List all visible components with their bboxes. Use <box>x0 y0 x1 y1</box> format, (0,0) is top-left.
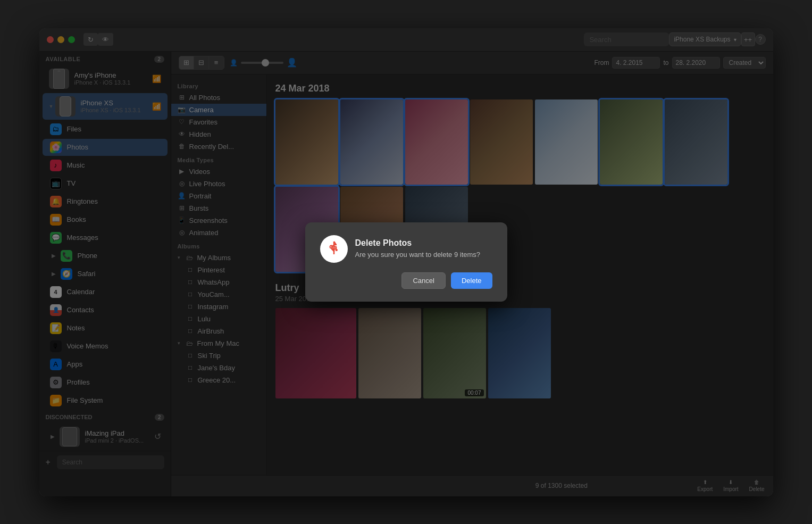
modal-title: Delete Photos <box>355 238 492 248</box>
usb-symbol-icon <box>324 239 344 259</box>
modal-header: Delete Photos Are you sure you want to d… <box>320 235 492 263</box>
modal-buttons: Cancel Delete <box>320 272 492 289</box>
delete-photos-dialog: Delete Photos Are you sure you want to d… <box>305 222 507 302</box>
modal-message: Are you sure you want to delete 9 items? <box>355 250 492 260</box>
modal-delete-button[interactable]: Delete <box>451 272 492 289</box>
modal-overlay[interactable]: Delete Photos Are you sure you want to d… <box>39 28 773 496</box>
modal-icon <box>320 235 348 263</box>
main-window: ↻ 👁 iPhone XS Backups ▾ ++ ? AVAILABLE 2 <box>39 28 773 496</box>
modal-cancel-button[interactable]: Cancel <box>401 272 445 289</box>
